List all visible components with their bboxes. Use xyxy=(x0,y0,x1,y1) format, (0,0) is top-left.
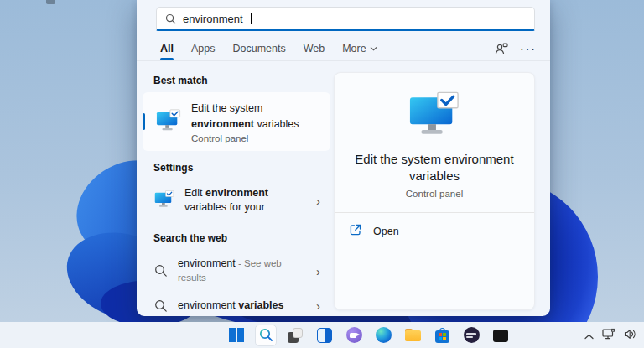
preview-title: Edit the system environment variables xyxy=(345,151,523,184)
tray-chevron-up-icon[interactable] xyxy=(584,328,594,343)
search-flyout-panel: environment All Apps Documents Web More … xyxy=(137,0,550,316)
chevron-right-icon: › xyxy=(316,265,325,278)
section-header-settings: Settings xyxy=(153,162,330,174)
web-result-item-2[interactable]: environment variables › xyxy=(143,292,330,319)
folder-icon xyxy=(405,329,421,341)
more-options-icon[interactable]: ··· xyxy=(520,44,537,53)
chevron-right-icon: › xyxy=(316,195,325,207)
best-match-subtitle: Control panel xyxy=(191,133,325,143)
best-match-title: Edit the system environment variables xyxy=(191,102,299,130)
search-icon xyxy=(154,264,168,278)
tab-documents[interactable]: Documents xyxy=(231,39,286,58)
file-explorer-button[interactable] xyxy=(402,325,423,346)
widgets-button[interactable] xyxy=(314,325,335,346)
account-icon[interactable] xyxy=(495,43,508,55)
tab-web[interactable]: Web xyxy=(303,39,325,58)
web-result-2-label: environment variables xyxy=(178,299,288,313)
best-match-item[interactable]: Edit the system environment variables Co… xyxy=(143,92,330,151)
widgets-icon xyxy=(317,328,332,343)
preview-card: Edit the system environment variables Co… xyxy=(334,72,535,310)
dark-circle-app-icon xyxy=(464,327,480,343)
system-properties-icon-small xyxy=(154,190,174,211)
tab-apps[interactable]: Apps xyxy=(190,39,216,58)
edge-browser-icon xyxy=(376,327,392,343)
open-label: Open xyxy=(373,226,399,237)
system-properties-icon xyxy=(156,109,181,135)
taskbar-icons xyxy=(226,322,512,348)
store-icon xyxy=(435,330,449,343)
settings-result-item[interactable]: Edit environment variables for your › xyxy=(143,179,330,221)
search-input[interactable]: environment xyxy=(156,7,535,31)
taskbar-search-button[interactable] xyxy=(255,325,277,346)
start-button[interactable] xyxy=(226,325,247,346)
desktop-shortcut-partial[interactable] xyxy=(46,0,55,4)
chevron-right-icon: › xyxy=(316,299,325,312)
task-view-button[interactable] xyxy=(284,325,306,346)
chevron-down-icon xyxy=(370,46,377,51)
volume-icon[interactable] xyxy=(624,328,636,343)
terminal-button[interactable] xyxy=(490,325,512,346)
tab-underline xyxy=(160,58,174,60)
edge-button[interactable] xyxy=(372,325,394,346)
taskbar xyxy=(0,322,644,348)
search-icon xyxy=(165,13,176,24)
tab-all[interactable]: All xyxy=(159,39,174,58)
windows-logo-icon xyxy=(229,328,244,343)
search-query-text: environment xyxy=(183,13,243,25)
search-icon xyxy=(154,299,168,313)
pinned-app-button[interactable] xyxy=(460,325,482,346)
terminal-icon xyxy=(493,330,508,342)
store-button[interactable] xyxy=(431,325,453,346)
results-column: Best match Edit the system environment v… xyxy=(143,64,330,319)
search-icon xyxy=(259,328,273,342)
desktop: environment All Apps Documents Web More … xyxy=(0,0,644,348)
system-tray xyxy=(584,322,636,348)
web-result-1-label: environment - See web results xyxy=(178,257,288,285)
tab-more[interactable]: More xyxy=(341,39,377,58)
system-properties-icon-large xyxy=(335,91,534,138)
network-icon[interactable] xyxy=(602,328,615,343)
task-view-icon xyxy=(288,328,303,343)
selection-accent-bar xyxy=(143,113,145,130)
text-caret xyxy=(251,13,252,24)
preview-subtitle: Control panel xyxy=(335,189,534,199)
search-tabs-row: All Apps Documents Web More ··· xyxy=(137,37,550,61)
open-external-icon xyxy=(350,224,361,239)
web-result-item-1[interactable]: environment - See web results › xyxy=(143,250,330,292)
open-action[interactable]: Open xyxy=(335,213,534,250)
chat-icon xyxy=(346,327,362,343)
chat-button[interactable] xyxy=(343,325,365,346)
section-header-web: Search the web xyxy=(153,232,330,244)
settings-item-label: Edit environment variables for your xyxy=(184,186,295,215)
section-header-best-match: Best match xyxy=(153,75,330,86)
